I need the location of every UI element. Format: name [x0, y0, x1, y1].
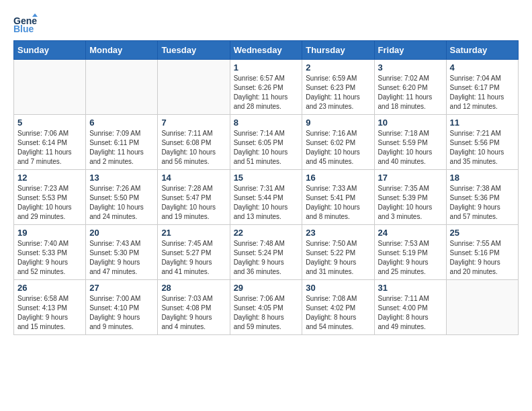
calendar-cell [446, 280, 518, 335]
calendar-cell: 29Sunrise: 7:06 AM Sunset: 4:05 PM Dayli… [230, 280, 302, 335]
day-number: 25 [450, 228, 515, 238]
calendar-cell: 7Sunrise: 7:11 AM Sunset: 6:08 PM Daylig… [158, 115, 230, 170]
day-number: 7 [161, 118, 226, 128]
calendar-cell: 9Sunrise: 7:16 AM Sunset: 6:02 PM Daylig… [302, 115, 374, 170]
calendar-week-row: 19Sunrise: 7:40 AM Sunset: 5:33 PM Dayli… [14, 225, 519, 280]
logo-icon: General Blue [13, 13, 38, 34]
weekday-header-tuesday: Tuesday [158, 41, 230, 60]
day-info: Sunrise: 7:31 AM Sunset: 5:44 PM Dayligh… [234, 184, 299, 222]
day-info: Sunrise: 7:45 AM Sunset: 5:27 PM Dayligh… [161, 239, 226, 277]
calendar-cell: 4Sunrise: 7:04 AM Sunset: 6:17 PM Daylig… [446, 60, 518, 115]
calendar-cell: 10Sunrise: 7:18 AM Sunset: 5:59 PM Dayli… [374, 115, 446, 170]
day-number: 18 [450, 173, 515, 183]
day-info: Sunrise: 7:14 AM Sunset: 6:05 PM Dayligh… [234, 129, 299, 167]
calendar-cell: 22Sunrise: 7:48 AM Sunset: 5:24 PM Dayli… [230, 225, 302, 280]
calendar-cell: 18Sunrise: 7:38 AM Sunset: 5:36 PM Dayli… [446, 170, 518, 225]
calendar-cell [14, 60, 86, 115]
day-info: Sunrise: 6:59 AM Sunset: 6:23 PM Dayligh… [306, 74, 370, 111]
day-number: 21 [161, 228, 226, 238]
day-number: 12 [17, 173, 82, 183]
calendar-cell: 25Sunrise: 7:55 AM Sunset: 5:16 PM Dayli… [446, 225, 518, 280]
logo: General Blue [13, 13, 38, 34]
weekday-header-thursday: Thursday [302, 41, 374, 60]
day-info: Sunrise: 7:26 AM Sunset: 5:50 PM Dayligh… [89, 184, 154, 222]
day-number: 31 [378, 283, 443, 293]
day-number: 26 [17, 283, 82, 293]
calendar-cell: 8Sunrise: 7:14 AM Sunset: 6:05 PM Daylig… [230, 115, 302, 170]
day-number: 4 [450, 62, 515, 73]
calendar-cell: 21Sunrise: 7:45 AM Sunset: 5:27 PM Dayli… [158, 225, 230, 280]
day-info: Sunrise: 7:04 AM Sunset: 6:17 PM Dayligh… [450, 74, 515, 111]
day-info: Sunrise: 7:48 AM Sunset: 5:24 PM Dayligh… [234, 239, 299, 277]
calendar-cell: 5Sunrise: 7:06 AM Sunset: 6:14 PM Daylig… [14, 115, 86, 170]
weekday-header-wednesday: Wednesday [230, 41, 302, 60]
calendar-cell: 12Sunrise: 7:23 AM Sunset: 5:53 PM Dayli… [14, 170, 86, 225]
calendar-cell: 16Sunrise: 7:33 AM Sunset: 5:41 PM Dayli… [302, 170, 374, 225]
day-number: 14 [161, 173, 226, 183]
calendar-cell: 13Sunrise: 7:26 AM Sunset: 5:50 PM Dayli… [86, 170, 158, 225]
day-info: Sunrise: 7:00 AM Sunset: 4:10 PM Dayligh… [89, 294, 154, 332]
calendar-table: SundayMondayTuesdayWednesdayThursdayFrid… [13, 40, 519, 335]
calendar-week-row: 1Sunrise: 6:57 AM Sunset: 6:26 PM Daylig… [14, 60, 519, 115]
calendar-cell: 15Sunrise: 7:31 AM Sunset: 5:44 PM Dayli… [230, 170, 302, 225]
day-info: Sunrise: 7:53 AM Sunset: 5:19 PM Dayligh… [378, 239, 443, 277]
day-number: 20 [89, 228, 154, 238]
calendar-week-row: 12Sunrise: 7:23 AM Sunset: 5:53 PM Dayli… [14, 170, 519, 225]
day-info: Sunrise: 7:06 AM Sunset: 4:05 PM Dayligh… [234, 294, 299, 332]
day-number: 5 [17, 118, 82, 128]
day-info: Sunrise: 6:58 AM Sunset: 4:13 PM Dayligh… [17, 294, 82, 332]
day-number: 16 [306, 173, 370, 183]
calendar-cell: 1Sunrise: 6:57 AM Sunset: 6:26 PM Daylig… [230, 60, 302, 115]
calendar-cell: 17Sunrise: 7:35 AM Sunset: 5:39 PM Dayli… [374, 170, 446, 225]
weekday-header-saturday: Saturday [446, 41, 518, 60]
day-info: Sunrise: 7:02 AM Sunset: 6:20 PM Dayligh… [378, 74, 443, 111]
day-info: Sunrise: 7:18 AM Sunset: 5:59 PM Dayligh… [378, 129, 443, 167]
day-info: Sunrise: 7:11 AM Sunset: 6:08 PM Dayligh… [161, 129, 226, 167]
calendar-cell: 6Sunrise: 7:09 AM Sunset: 6:11 PM Daylig… [86, 115, 158, 170]
calendar-cell: 14Sunrise: 7:28 AM Sunset: 5:47 PM Dayli… [158, 170, 230, 225]
calendar-cell: 24Sunrise: 7:53 AM Sunset: 5:19 PM Dayli… [374, 225, 446, 280]
day-number: 2 [306, 62, 370, 73]
calendar-cell: 11Sunrise: 7:21 AM Sunset: 5:56 PM Dayli… [446, 115, 518, 170]
day-number: 6 [89, 118, 154, 128]
calendar-cell: 19Sunrise: 7:40 AM Sunset: 5:33 PM Dayli… [14, 225, 86, 280]
weekday-header-row: SundayMondayTuesdayWednesdayThursdayFrid… [14, 41, 519, 60]
day-number: 15 [234, 173, 299, 183]
day-number: 27 [89, 283, 154, 293]
day-number: 29 [234, 283, 299, 293]
day-info: Sunrise: 7:03 AM Sunset: 4:08 PM Dayligh… [161, 294, 226, 332]
page-header: General Blue [13, 13, 519, 34]
calendar-cell: 27Sunrise: 7:00 AM Sunset: 4:10 PM Dayli… [86, 280, 158, 335]
day-number: 13 [89, 173, 154, 183]
day-info: Sunrise: 7:21 AM Sunset: 5:56 PM Dayligh… [450, 129, 515, 167]
day-number: 10 [378, 118, 443, 128]
calendar-cell: 2Sunrise: 6:59 AM Sunset: 6:23 PM Daylig… [302, 60, 374, 115]
day-number: 23 [306, 228, 370, 238]
day-number: 19 [17, 228, 82, 238]
day-number: 8 [234, 118, 299, 128]
calendar-cell: 28Sunrise: 7:03 AM Sunset: 4:08 PM Dayli… [158, 280, 230, 335]
calendar-cell: 30Sunrise: 7:08 AM Sunset: 4:02 PM Dayli… [302, 280, 374, 335]
calendar-cell: 20Sunrise: 7:43 AM Sunset: 5:30 PM Dayli… [86, 225, 158, 280]
weekday-header-monday: Monday [86, 41, 158, 60]
calendar-cell: 26Sunrise: 6:58 AM Sunset: 4:13 PM Dayli… [14, 280, 86, 335]
calendar-cell: 23Sunrise: 7:50 AM Sunset: 5:22 PM Dayli… [302, 225, 374, 280]
weekday-header-friday: Friday [374, 41, 446, 60]
day-number: 9 [306, 118, 370, 128]
day-info: Sunrise: 7:43 AM Sunset: 5:30 PM Dayligh… [89, 239, 154, 277]
calendar-week-row: 5Sunrise: 7:06 AM Sunset: 6:14 PM Daylig… [14, 115, 519, 170]
day-info: Sunrise: 7:38 AM Sunset: 5:36 PM Dayligh… [450, 184, 515, 222]
calendar-cell: 3Sunrise: 7:02 AM Sunset: 6:20 PM Daylig… [374, 60, 446, 115]
day-number: 1 [234, 62, 299, 73]
day-info: Sunrise: 7:55 AM Sunset: 5:16 PM Dayligh… [450, 239, 515, 277]
day-info: Sunrise: 7:11 AM Sunset: 4:00 PM Dayligh… [378, 294, 443, 332]
day-info: Sunrise: 7:50 AM Sunset: 5:22 PM Dayligh… [306, 239, 370, 277]
calendar-cell [86, 60, 158, 115]
day-number: 28 [161, 283, 226, 293]
day-info: Sunrise: 7:23 AM Sunset: 5:53 PM Dayligh… [17, 184, 82, 222]
weekday-header-sunday: Sunday [14, 41, 86, 60]
day-info: Sunrise: 7:40 AM Sunset: 5:33 PM Dayligh… [17, 239, 82, 277]
day-info: Sunrise: 7:33 AM Sunset: 5:41 PM Dayligh… [306, 184, 370, 222]
day-info: Sunrise: 7:06 AM Sunset: 6:14 PM Dayligh… [17, 129, 82, 167]
day-number: 30 [306, 283, 370, 293]
